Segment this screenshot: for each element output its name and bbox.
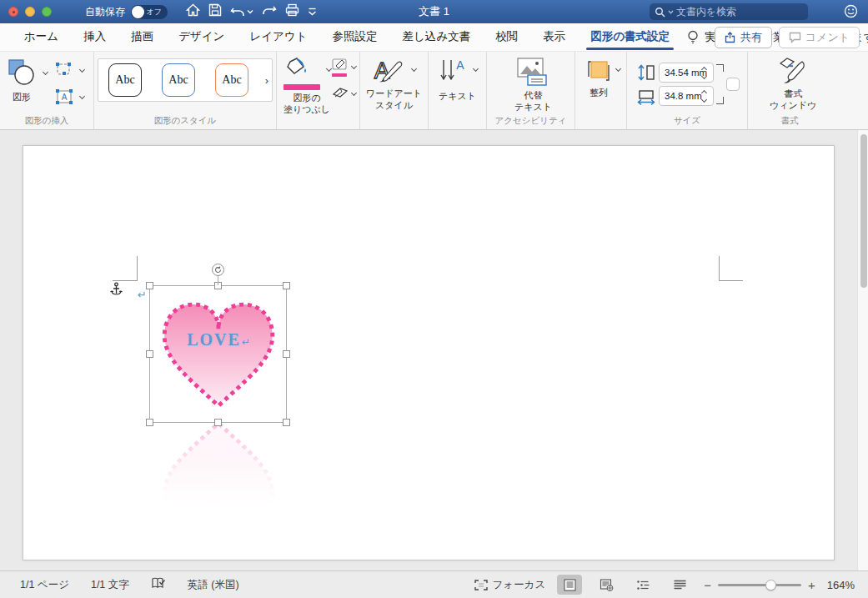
shape-style-preview-2[interactable]: Abc: [162, 63, 195, 97]
focus-button[interactable]: フォーカス: [474, 578, 546, 592]
zoom-in-button[interactable]: +: [808, 578, 815, 592]
shapes-button[interactable]: 図形: [7, 58, 37, 103]
arrange-button[interactable]: 整列: [586, 58, 611, 99]
view-outline-button[interactable]: [630, 575, 655, 595]
share-button[interactable]: 共有: [715, 27, 772, 48]
char-count[interactable]: 1/1 文字: [91, 578, 129, 592]
lock-aspect-ratio-checkbox[interactable]: [726, 78, 740, 91]
view-draft-button[interactable]: [667, 575, 692, 595]
comments-button[interactable]: コメント: [779, 27, 860, 48]
wordart-styles-button[interactable]: A: [372, 57, 405, 88]
scrollbar-thumb[interactable]: [860, 134, 867, 288]
group-label-format: 書式: [748, 115, 831, 127]
toggle-knob: [132, 6, 144, 18]
shape-effects-button[interactable]: [332, 87, 349, 102]
edit-shape-icon: [55, 62, 72, 77]
zoom-out-button[interactable]: −: [704, 578, 711, 592]
autosave-toggle[interactable]: オフ: [131, 5, 168, 19]
autosave-state: オフ: [147, 7, 162, 18]
arrange-chevron-icon[interactable]: [615, 66, 621, 72]
text-box-chevron-icon[interactable]: [79, 93, 85, 99]
zoom-control: − +: [704, 578, 815, 592]
view-web-layout-button[interactable]: [594, 575, 619, 595]
page-count[interactable]: 1/1 ページ: [20, 578, 69, 592]
tab-view[interactable]: 表示: [530, 23, 578, 52]
zoom-slider[interactable]: [718, 584, 801, 586]
language-indicator[interactable]: 英語 (米国): [188, 578, 239, 592]
shape-outline-chevron-icon[interactable]: [351, 63, 357, 69]
margin-mark-right-vertical: [719, 256, 720, 281]
selection-handle-e[interactable]: [283, 350, 290, 358]
shape-fill-button[interactable]: 図形の 塗りつぶし: [283, 57, 330, 116]
format-pane-icon: [777, 57, 809, 85]
text-direction-button[interactable]: A: [439, 58, 467, 87]
shape-height-icon: [637, 64, 655, 81]
search-input[interactable]: [676, 6, 785, 18]
wordart-chevron-icon[interactable]: [411, 66, 417, 72]
rotation-handle[interactable]: [212, 264, 224, 276]
selection-handle-w[interactable]: [146, 350, 153, 358]
width-up-icon[interactable]: [701, 89, 707, 95]
tab-layout[interactable]: レイアウト: [237, 23, 319, 52]
shape-effects-chevron-icon[interactable]: [351, 90, 357, 96]
tab-draw[interactable]: 描画: [118, 23, 166, 52]
toolbar-overflow-icon[interactable]: [308, 4, 317, 19]
rotation-stem: [218, 275, 218, 285]
spellcheck-icon[interactable]: [151, 577, 166, 592]
alt-text-button[interactable]: 代替 テキスト: [514, 57, 552, 113]
object-anchor-icon[interactable]: [110, 282, 123, 299]
group-label-insert-shapes: 図形の挿入: [0, 115, 93, 127]
close-button[interactable]: [8, 7, 18, 17]
document-area: ↵ LOVE↵: [0, 130, 868, 570]
tab-shape-format[interactable]: 図形の書式設定: [578, 23, 682, 52]
width-stepper[interactable]: [699, 87, 710, 105]
undo-button[interactable]: [230, 5, 253, 18]
home-icon[interactable]: [186, 3, 200, 20]
gallery-more-icon[interactable]: ›: [265, 74, 268, 87]
save-icon[interactable]: [208, 3, 222, 20]
titlebar: 自動保存 オフ: [0, 0, 868, 23]
shape-style-preview-3[interactable]: Abc: [215, 63, 248, 97]
feedback-smiley-icon[interactable]: [844, 4, 858, 22]
height-stepper[interactable]: [699, 63, 710, 82]
page[interactable]: [23, 145, 835, 560]
print-icon[interactable]: [285, 3, 299, 20]
minimize-button[interactable]: [25, 7, 35, 17]
tab-mailings[interactable]: 差し込み文書: [390, 23, 484, 52]
group-accessibility: 代替 テキスト アクセシビリティ: [487, 52, 575, 129]
height-up-icon[interactable]: [701, 66, 707, 72]
selection-handle-se[interactable]: [283, 419, 290, 426]
tab-review[interactable]: 校閲: [483, 23, 530, 52]
corner-bottom-right-mark: [716, 97, 724, 104]
shape-style-preview-1[interactable]: Abc: [108, 63, 142, 97]
tab-home[interactable]: ホーム: [12, 23, 71, 52]
ribbon-tab-bar: ホーム 挿入 描画 デザイン レイアウト 参照設定 差し込み文書 校閲 表示 図…: [0, 23, 868, 52]
selection-handle-nw[interactable]: [146, 282, 153, 289]
zoom-level[interactable]: 164%: [827, 579, 855, 591]
search-box[interactable]: [650, 3, 808, 20]
tab-design[interactable]: デザイン: [166, 23, 237, 52]
width-down-icon[interactable]: [701, 96, 707, 102]
height-down-icon[interactable]: [701, 73, 707, 78]
tab-references[interactable]: 参照設定: [320, 23, 390, 52]
format-pane-button[interactable]: 書式 ウィンドウ: [770, 57, 816, 112]
tab-insert[interactable]: 挿入: [71, 23, 118, 52]
vertical-scrollbar[interactable]: [857, 130, 868, 570]
edit-shape-chevron-icon[interactable]: [79, 67, 85, 73]
ribbon: 図形 A 図形の挿入 Abc: [0, 52, 868, 130]
text-box-button[interactable]: A: [55, 88, 73, 108]
corner-top-right-mark: [716, 64, 724, 72]
selection-handle-sw[interactable]: [146, 419, 153, 426]
selection-handle-s[interactable]: [214, 419, 222, 426]
zoom-slider-thumb[interactable]: [765, 580, 776, 590]
selection-handle-ne[interactable]: [283, 282, 290, 289]
edit-shape-button[interactable]: [55, 62, 72, 80]
arrange-label: 整列: [586, 87, 611, 99]
view-print-layout-button[interactable]: [557, 575, 582, 595]
search-scope-chevron-icon[interactable]: [668, 10, 674, 14]
zoom-window-button[interactable]: [42, 7, 52, 17]
redo-icon[interactable]: [262, 3, 277, 20]
shape-outline-button[interactable]: [332, 58, 347, 77]
shapes-chevron-icon[interactable]: [43, 69, 48, 75]
text-chevron-icon[interactable]: [473, 66, 479, 72]
